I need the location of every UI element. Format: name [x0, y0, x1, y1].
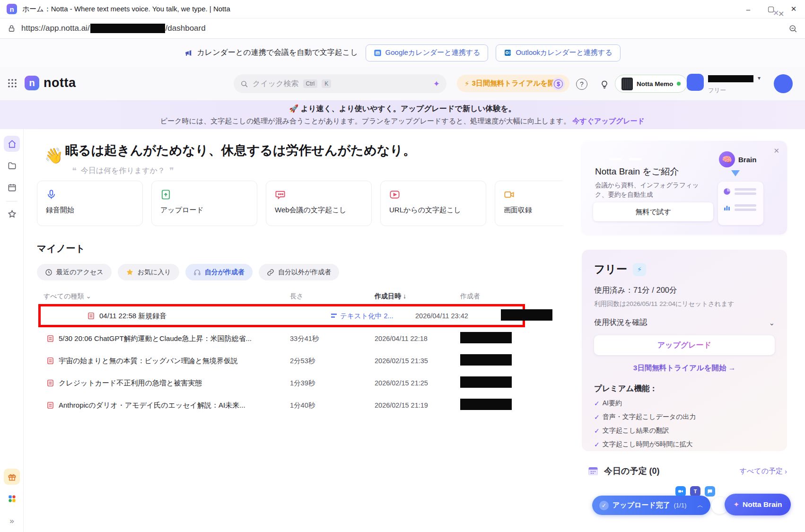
search-placeholder: クイック検索	[253, 79, 299, 89]
redacted-author	[460, 399, 512, 410]
usage-minutes: 使用済み：71分 / 200分	[594, 285, 775, 296]
notta-logo[interactable]: n notta	[25, 76, 76, 90]
notta-favicon: n	[7, 4, 17, 14]
upload-count: (1/1)	[674, 502, 687, 509]
note-doc-icon	[46, 357, 54, 365]
all-schedule-link[interactable]: すべての予定 ›	[740, 467, 787, 476]
app-launcher-icon[interactable]	[8, 78, 17, 88]
help-icon[interactable]: ?	[576, 78, 587, 90]
brain-output-preview	[718, 182, 763, 225]
account-menu[interactable]: フリー ▾	[687, 74, 761, 95]
nav-favorites-icon[interactable]	[4, 206, 20, 222]
file-upload-icon	[160, 189, 257, 200]
note-row[interactable]: 5/30 20:06 ChatGPT解約運動とClaude急上昇：米国防総省..…	[0, 327, 568, 349]
notes-filter-chips: 最近のアクセス お気に入り 自分が作成者 自分以外が作成者	[37, 264, 339, 280]
outlook-calendar-connect-button[interactable]: Outlookカレンダーと連携する	[496, 44, 620, 61]
link-icon	[267, 269, 274, 276]
usage-reset-note: 利用回数は2026/05/11 22:04にリセットされます	[594, 300, 775, 308]
plan-name: フリー	[594, 262, 627, 277]
redacted-workspace-id	[90, 24, 165, 33]
zoom-out-icon[interactable]	[788, 24, 797, 33]
app-header: n notta クイック検索 Ctrl K ✦ ⚡ 3日間無料トライアルを開始 …	[0, 67, 805, 100]
web-meeting-transcribe-card[interactable]: Web会議の文字起こし	[266, 181, 372, 226]
star-icon	[126, 268, 134, 276]
chevron-down-icon: ⌄	[769, 319, 775, 327]
note-doc-icon	[46, 379, 54, 387]
feature-item: ✓文字起こし時間が5時間に拡大	[594, 440, 775, 449]
note-row[interactable]: Anthropicのダリオ・アモデイ氏のエッセイ解説：AI未来... 1分40秒…	[0, 394, 568, 416]
zoom-icon	[675, 486, 686, 497]
notta-brain-button[interactable]: ✦ Notta Brain	[725, 494, 791, 515]
url-transcribe-card[interactable]: URLからの文字起こし	[380, 181, 486, 226]
record-start-card[interactable]: 録音開始	[37, 181, 143, 226]
today-schedule-row: 今日の予定 (0) すべての予定 ›	[587, 465, 787, 477]
note-row[interactable]: 宇宙の始まりと無の本質：ビッグバン理論と無境界仮説 2分53秒 2026/02/…	[0, 349, 568, 372]
try-free-button[interactable]: 無料で試す	[593, 202, 713, 221]
profile-avatar[interactable]	[774, 74, 793, 93]
upgrade-now-link[interactable]: 今すぐアップグレード	[572, 117, 645, 125]
my-notes-title: マイノート	[37, 242, 85, 255]
note-row[interactable]: 04/11 22:58 新規録音 テキスト化中 2... 2026/04/11 …	[41, 306, 523, 325]
rail-divider	[6, 201, 18, 201]
wave-emoji: 👋	[44, 147, 63, 165]
redacted-username	[708, 75, 753, 82]
upload-complete-toast[interactable]: ✓ アップロード完了 (1/1) ︿	[592, 496, 710, 515]
check-icon: ✓	[594, 427, 600, 435]
search-input[interactable]: クイック検索 Ctrl K ✦	[234, 74, 446, 93]
integrations-icon[interactable]	[4, 490, 20, 506]
online-status-dot	[677, 82, 681, 86]
note-row[interactable]: クレジットカード不正利用の急増と被害実態 1分39秒 2026/02/15 21…	[0, 372, 568, 394]
notta-brain-intro-card: ✕ Notta Brain をご紹介 会議から資料、インフォグラフィック、要約を…	[582, 141, 787, 235]
close-window-button[interactable]: ✕	[782, 0, 805, 18]
daily-question: ❝ 今日は何を作りますか？ ❞	[72, 166, 174, 176]
chevron-down-icon: ⌄	[86, 292, 91, 300]
note-doc-icon	[46, 401, 54, 409]
ai-sparkle-icon[interactable]: ✦	[433, 79, 440, 89]
note-doc-icon	[46, 334, 54, 342]
sparkle-icon: ✦	[733, 500, 739, 509]
whats-new-icon[interactable]	[598, 78, 611, 91]
free-plan-card: フリー ⚡ 使用済み：71分 / 200分 利用回数は2026/05/11 22…	[582, 250, 787, 451]
promo-close-icon[interactable]: ✕	[773, 9, 779, 17]
screen-record-card[interactable]: 画面収録	[495, 181, 563, 226]
nav-calendar-icon[interactable]	[4, 179, 20, 195]
filter-created-by-me[interactable]: 自分が作成者	[185, 264, 253, 280]
highlight-annotation-box: 04/11 22:58 新規録音 テキスト化中 2... 2026/04/11 …	[38, 304, 525, 327]
notes-table-header: すべての種類 ⌄ 長さ 作成日時 ↓ 作成者	[0, 292, 568, 303]
rewards-gift-icon[interactable]	[4, 469, 20, 485]
feature-item: ✓文字起こし結果の翻訳	[594, 427, 775, 435]
column-author: 作成者	[460, 292, 480, 301]
usage-status-toggle[interactable]: 使用状況を確認 ⌄	[594, 318, 775, 328]
quote-open-icon: ❝	[72, 166, 77, 176]
browser-address-bar[interactable]: https://app.notta.ai//dashboard	[0, 18, 805, 39]
megaphone-icon	[184, 49, 193, 57]
teams-icon: T	[690, 486, 700, 497]
nav-folder-icon[interactable]	[4, 157, 20, 174]
redacted-author	[460, 354, 512, 366]
headphones-icon	[193, 269, 201, 276]
expand-rail-icon[interactable]: »	[4, 513, 20, 529]
billing-icon[interactable]: $	[552, 78, 565, 90]
sort-desc-icon: ↓	[403, 292, 406, 300]
feature-item: ✓AI要約	[594, 399, 775, 408]
upload-card[interactable]: アップロード	[151, 181, 257, 226]
screen-record-icon	[504, 189, 563, 200]
meeting-app-icons: T	[675, 486, 715, 497]
google-calendar-connect-button[interactable]: 31 Googleカレンダーと連携する	[366, 44, 489, 61]
brain-card-close-icon[interactable]: ✕	[773, 147, 779, 155]
column-created-sort[interactable]: 作成日時 ↓	[375, 292, 406, 301]
filter-recent-access[interactable]: 最近のアクセス	[37, 264, 112, 280]
brain-badge: 🧠 Brain	[719, 151, 756, 167]
notta-memo-button[interactable]: Notta Memo	[615, 75, 687, 93]
chevron-right-icon: ›	[785, 467, 787, 475]
chat-icon	[705, 486, 715, 497]
minimize-button[interactable]: –	[737, 0, 760, 18]
filter-created-by-others[interactable]: 自分以外が作成者	[259, 264, 339, 280]
notta-logo-text: notta	[44, 76, 76, 90]
start-trial-link[interactable]: 3日間無料トライアルを開始 →	[594, 363, 775, 373]
search-icon	[240, 80, 248, 88]
filter-favorites[interactable]: お気に入り	[118, 264, 179, 280]
upgrade-button[interactable]: アップグレード	[594, 335, 775, 355]
column-type-filter[interactable]: すべての種類 ⌄	[44, 292, 91, 301]
nav-home-icon[interactable]	[4, 136, 20, 152]
